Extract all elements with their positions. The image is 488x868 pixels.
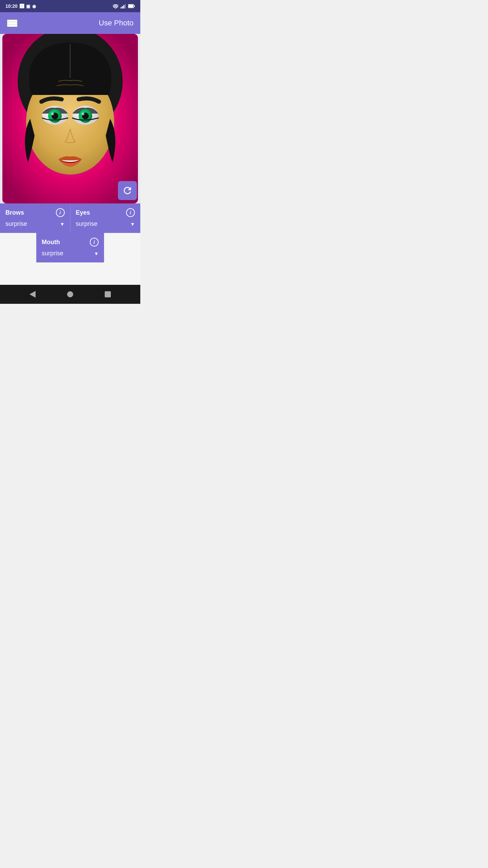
mouth-card: Mouth i surprise ▼ bbox=[36, 233, 104, 262]
app-title: Use Photo bbox=[99, 19, 134, 27]
brows-dropdown-arrow[interactable]: ▼ bbox=[60, 221, 65, 227]
menu-button[interactable] bbox=[7, 19, 18, 27]
svg-point-22 bbox=[82, 113, 84, 115]
eyes-select-wrapper[interactable]: surprise ▼ bbox=[76, 220, 135, 228]
brows-eyes-row: Brows i surprise ▼ Eyes i surprise ▼ bbox=[0, 203, 140, 233]
notification-c-icon: ◉ bbox=[32, 4, 36, 9]
refresh-icon bbox=[122, 185, 133, 196]
svg-rect-6 bbox=[123, 5, 124, 8]
back-button[interactable] bbox=[29, 291, 36, 298]
mouth-header: Mouth i bbox=[42, 238, 99, 246]
eyes-dropdown-arrow[interactable]: ▼ bbox=[130, 221, 135, 227]
mouth-value: surprise bbox=[42, 250, 94, 257]
eyes-header: Eyes i bbox=[76, 208, 135, 217]
controls-section: Brows i surprise ▼ Eyes i surprise ▼ Mou… bbox=[0, 203, 140, 285]
hamburger-line-3 bbox=[7, 25, 17, 26]
eyes-label: Eyes bbox=[76, 209, 90, 216]
back-icon bbox=[29, 291, 36, 298]
mouth-select-wrapper[interactable]: surprise ▼ bbox=[42, 250, 99, 257]
brows-label: Brows bbox=[5, 209, 24, 216]
status-left: 10:20 🅰 ▣ ◉ bbox=[5, 3, 36, 9]
svg-rect-10 bbox=[134, 5, 135, 7]
svg-point-18 bbox=[51, 113, 54, 115]
recents-icon bbox=[105, 291, 111, 297]
bottom-nav bbox=[0, 285, 140, 304]
face-svg bbox=[2, 34, 138, 203]
svg-point-3 bbox=[115, 8, 116, 9]
brows-info-button[interactable]: i bbox=[56, 208, 65, 217]
status-bar: 10:20 🅰 ▣ ◉ bbox=[0, 0, 140, 12]
refresh-button[interactable] bbox=[118, 181, 137, 200]
wifi-icon bbox=[113, 4, 119, 8]
home-button[interactable] bbox=[67, 291, 73, 297]
time-display: 10:20 bbox=[5, 3, 18, 9]
eyes-info-button[interactable]: i bbox=[126, 208, 135, 217]
mouth-row: Mouth i surprise ▼ bbox=[0, 233, 140, 262]
eyes-value: surprise bbox=[76, 220, 130, 228]
brows-value: surprise bbox=[5, 220, 60, 228]
recents-button[interactable] bbox=[105, 291, 111, 297]
mouth-info-button[interactable]: i bbox=[90, 238, 99, 246]
eyes-card: Eyes i surprise ▼ bbox=[70, 203, 141, 233]
battery-icon bbox=[128, 4, 135, 8]
svg-rect-5 bbox=[122, 6, 123, 8]
svg-rect-9 bbox=[128, 5, 133, 7]
status-right bbox=[113, 4, 135, 8]
svg-rect-7 bbox=[125, 4, 126, 8]
hamburger-line-2 bbox=[7, 23, 17, 24]
home-icon bbox=[67, 291, 73, 297]
svg-rect-4 bbox=[121, 7, 122, 8]
mouth-label: Mouth bbox=[42, 239, 60, 246]
hamburger-line-1 bbox=[7, 20, 17, 21]
brows-header: Brows i bbox=[5, 208, 65, 217]
mouth-dropdown-arrow[interactable]: ▼ bbox=[94, 251, 99, 256]
brows-select-wrapper[interactable]: surprise ▼ bbox=[5, 220, 65, 228]
app-bar: Use Photo bbox=[0, 12, 140, 34]
signal-icon bbox=[121, 4, 126, 8]
face-canvas bbox=[0, 34, 140, 203]
brows-card: Brows i surprise ▼ bbox=[0, 203, 70, 233]
notification-b-icon: ▣ bbox=[26, 4, 30, 9]
notification-a-icon: 🅰 bbox=[20, 4, 24, 9]
